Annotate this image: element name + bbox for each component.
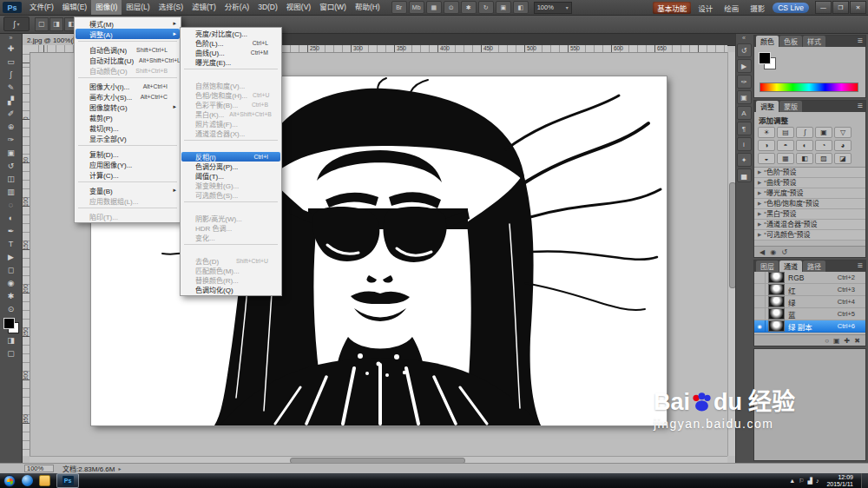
add-to-selection-icon[interactable]: ◨ (49, 17, 63, 31)
panel-reset-icon[interactable]: ↺ (781, 248, 787, 256)
menu-item-selective-color[interactable]: 可选颜色(S)... (181, 190, 280, 200)
menu-item-auto-color[interactable]: 自动颜色(O) Shift+Ctrl+B (76, 65, 180, 76)
collapse-tools-icon[interactable]: » (10, 35, 13, 42)
eraser-tool[interactable]: ◫ (3, 172, 19, 185)
color-swatch-pair[interactable] (759, 52, 776, 69)
menu-item-crop[interactable]: 裁剪(P) (76, 112, 180, 122)
browser-icon[interactable] (22, 475, 33, 486)
filter-menu[interactable]: 滤镜(T) (187, 0, 220, 15)
action-center-icon[interactable]: ⚐ (799, 478, 804, 485)
path-selection-tool[interactable]: ▶ (3, 250, 19, 263)
explorer-icon[interactable] (39, 475, 50, 486)
load-selection-icon[interactable]: ○ (825, 337, 829, 345)
menu-item-apply-data-set[interactable]: 应用数据组(L)... (76, 195, 180, 206)
help-menu[interactable]: 帮助(H) (351, 0, 385, 15)
show-hidden-icons[interactable]: ▲ (789, 478, 795, 484)
delete-channel-icon[interactable]: ✖ (854, 337, 860, 345)
vibrance-icon[interactable]: ▽ (834, 127, 852, 138)
panel-tab[interactable]: 通道 (779, 260, 802, 272)
menu-item-calculations[interactable]: 计算(C)... (76, 169, 180, 180)
color-spectrum-ramp[interactable] (760, 82, 858, 92)
network-icon[interactable]: ▟ (807, 478, 812, 485)
gradient-map-icon[interactable]: ▨ (815, 153, 832, 164)
menu-item-trim[interactable]: 裁切(R)... (76, 122, 180, 133)
panel-toggle-icon[interactable]: ◉ (770, 248, 776, 256)
levels-icon[interactable]: ▤ (777, 127, 794, 138)
menu-item-vibrance[interactable]: 自然饱和度(V)... (181, 81, 280, 90)
vertical-ruler[interactable]: 050100150200250300350400 (23, 52, 30, 456)
window-menu[interactable]: 窗口(W) (315, 0, 351, 15)
zoom-level-field[interactable]: 100% ▾ (534, 2, 572, 14)
panel-tab[interactable]: 颜色 (756, 36, 779, 47)
visibility-eye-icon[interactable] (754, 296, 766, 307)
menu-item-mode[interactable]: 模式(M) (76, 18, 180, 29)
view-extras-icon[interactable]: ▦ (426, 1, 442, 14)
foreground-color-swatch[interactable] (3, 318, 15, 329)
workspace-button[interactable]: 绘画 (720, 2, 743, 14)
view-menu[interactable]: 视图(V) (282, 0, 315, 15)
zoom-tool[interactable]: ⊙ (3, 302, 19, 315)
new-channel-icon[interactable]: ✚ (845, 337, 851, 345)
channel-row[interactable]: 红 Ctrl+3 (754, 284, 865, 296)
menu-item-threshold[interactable]: 阈值(T)... (181, 171, 280, 181)
workspace-button[interactable]: 摄影 (746, 2, 769, 14)
mini-bridge-icon[interactable]: Mb (409, 1, 424, 14)
menu-item-apply-image[interactable]: 应用图像(Y)... (76, 159, 180, 169)
foreground-color-swatch[interactable] (759, 52, 771, 64)
volume-icon[interactable]: ♪ (816, 478, 819, 484)
navigator-panel-icon[interactable]: ✦ (737, 153, 752, 167)
blur-tool[interactable]: ◌ (3, 198, 19, 211)
brightness-contrast-icon[interactable]: ☀ (758, 127, 775, 138)
clock[interactable]: 12:09 2015/1/11 (823, 474, 857, 488)
rectangular-marquee-tool[interactable]: ▭ (3, 55, 19, 68)
image-menu-button[interactable]: 图像(I) (91, 0, 122, 15)
panel-tab[interactable]: 调整 (756, 101, 779, 112)
menu-item-equalize[interactable]: 色调均化(Q) (181, 285, 280, 294)
arrange-documents-icon[interactable]: ▣ (496, 1, 511, 14)
menu-item-match-color[interactable]: 匹配颜色(M)... (181, 266, 280, 275)
menu-item-image-rotation[interactable]: 图像旋转(G) (76, 102, 180, 112)
info-panel-icon[interactable]: i (737, 137, 752, 151)
menu-item-invert[interactable]: 反相(I) Ctrl+I (181, 152, 280, 162)
menu-item-photo-filter[interactable]: 照片滤镜(F)... (181, 119, 280, 129)
menu-item-levels[interactable]: 色阶(L)... Ctrl+L (181, 38, 280, 48)
menu-item-reveal-all[interactable]: 显示全部(V) (76, 133, 180, 143)
dodge-tool[interactable]: ◐ (3, 211, 19, 224)
visibility-eye-icon[interactable] (754, 320, 766, 332)
panel-tab[interactable]: 图层 (756, 260, 779, 272)
panel-tab[interactable]: 蒙版 (779, 101, 802, 112)
preset-item[interactable]: “可选颜色”预设 (754, 230, 865, 241)
selective-color-icon[interactable]: ◪ (834, 153, 852, 164)
menu-item-shadows-highlights[interactable]: 阴影/高光(W)... (181, 214, 280, 223)
preset-item[interactable]: “色相/饱和度”预设 (754, 199, 865, 209)
menu-item-exposure[interactable]: 曝光度(E)... (181, 57, 280, 67)
shape-tool[interactable]: ◻ (3, 263, 19, 276)
select-menu[interactable]: 选择(S) (155, 0, 187, 15)
3d-rotate-tool[interactable]: ◉ (3, 276, 19, 289)
channel-row[interactable]: 绿 Ctrl+4 (754, 296, 865, 308)
channel-row[interactable]: 绿 副本 Ctrl+6 (754, 320, 865, 333)
gradient-tool[interactable]: ▥ (3, 185, 19, 198)
menu-item-trap[interactable]: 陷印(T)... (76, 211, 180, 221)
menu-item-channel-mixer[interactable]: 通道混合器(X)... (181, 129, 280, 138)
visibility-eye-icon[interactable] (754, 308, 766, 320)
panel-back-icon[interactable]: ◀ (760, 248, 765, 256)
brush-tool[interactable]: ✑ (3, 133, 19, 146)
hand-tool[interactable]: ✱ (3, 289, 19, 302)
photo-filter-icon[interactable]: ◔ (815, 140, 832, 151)
hue-saturation-icon[interactable]: ◑ (758, 140, 775, 151)
edit-menu[interactable]: 编辑(E) (58, 0, 91, 15)
menu-item-variables[interactable]: 变量(B) (76, 185, 180, 195)
rotate-view-icon[interactable]: ↻ (478, 1, 494, 14)
character-panel-icon[interactable]: A (737, 106, 752, 120)
visibility-eye-icon[interactable] (754, 272, 766, 283)
exposure-icon[interactable]: ▣ (815, 127, 832, 138)
panel-tab[interactable]: 样式 (803, 36, 825, 47)
threshold-icon[interactable]: ◧ (796, 153, 813, 164)
menu-item-duplicate[interactable]: 复制(D)... (76, 148, 180, 159)
analysis-menu[interactable]: 分析(A) (220, 0, 253, 15)
menu-item-auto-tone[interactable]: 自动色调(N) Shift+Ctrl+L (76, 44, 180, 55)
panel-tab[interactable]: 色板 (779, 36, 802, 47)
preset-item[interactable]: “黑白”预设 (754, 209, 865, 220)
quick-selection-tool[interactable]: ✎ (3, 81, 19, 94)
